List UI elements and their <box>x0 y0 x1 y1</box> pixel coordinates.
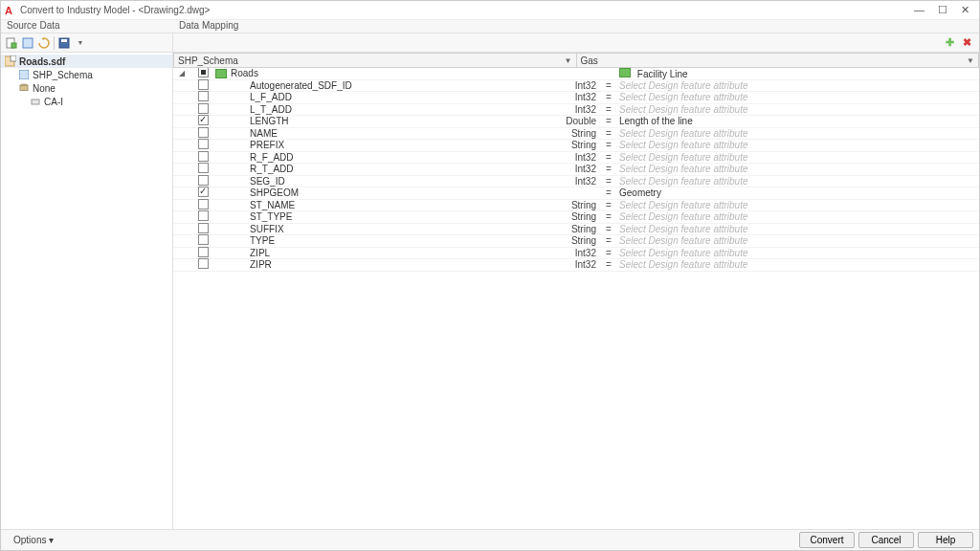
data-mapping-header: Data Mapping <box>173 20 979 33</box>
attribute-checkbox[interactable] <box>198 139 209 149</box>
equals-icon: = <box>602 224 615 234</box>
attribute-row[interactable]: ZIPRInt32=Select Design feature attribut… <box>173 259 979 272</box>
attribute-type: String <box>545 128 602 139</box>
attribute-type: Int32 <box>545 176 602 187</box>
add-mapping-icon[interactable]: ✚ <box>943 36 956 50</box>
svg-rect-9 <box>20 86 28 91</box>
svg-rect-6 <box>11 55 16 61</box>
attribute-type: String <box>545 235 602 246</box>
attribute-type: String <box>545 200 602 210</box>
attribute-row[interactable]: L_F_ADDInt32=Select Design feature attri… <box>173 92 979 104</box>
app-icon: A <box>5 5 16 16</box>
refresh-icon[interactable] <box>37 36 51 50</box>
equals-icon: = <box>602 116 615 126</box>
attribute-checkbox[interactable] <box>198 163 209 173</box>
options-button[interactable]: Options ▾ <box>7 533 60 547</box>
attribute-name: R_T_ADD <box>215 164 545 174</box>
attribute-mapping[interactable]: Select Design feature attribute <box>615 104 979 115</box>
attribute-mapping[interactable]: Select Design feature attribute <box>615 80 979 91</box>
connection-icon <box>5 55 16 67</box>
attribute-checkbox[interactable] <box>198 187 209 197</box>
equals-icon: = <box>602 259 615 270</box>
attribute-mapping[interactable]: Select Design feature attribute <box>615 211 979 222</box>
maximize-button[interactable]: ☐ <box>938 4 947 16</box>
attribute-checkbox[interactable] <box>198 210 209 221</box>
attribute-name: ZIPL <box>215 248 545 258</box>
attribute-mapping[interactable]: Select Design feature attribute <box>615 176 979 187</box>
attribute-checkbox[interactable] <box>198 127 209 138</box>
attribute-mapping[interactable]: Select Design feature attribute <box>615 259 979 270</box>
attribute-row[interactable]: L_T_ADDInt32=Select Design feature attri… <box>173 104 979 117</box>
feature-checkbox[interactable] <box>198 68 209 77</box>
add-connection-icon[interactable] <box>5 36 18 50</box>
attribute-mapping[interactable]: Geometry <box>615 187 979 198</box>
target-schema-value: Gas <box>581 55 598 66</box>
attribute-checkbox[interactable] <box>198 223 209 233</box>
attribute-type: String <box>545 224 602 234</box>
attribute-row[interactable]: PREFIXString=Select Design feature attri… <box>173 140 979 152</box>
attribute-name: SUFFIX <box>215 224 545 234</box>
attribute-mapping[interactable]: Select Design feature attribute <box>615 152 979 163</box>
attribute-mapping[interactable]: Select Design feature attribute <box>615 248 979 258</box>
attribute-row[interactable]: SUFFIXString=Select Design feature attri… <box>173 224 979 236</box>
attribute-mapping[interactable]: Select Design feature attribute <box>615 224 979 234</box>
cancel-button[interactable]: Cancel <box>858 532 914 548</box>
attribute-checkbox[interactable] <box>198 79 209 90</box>
attribute-checkbox[interactable] <box>198 199 209 209</box>
panel-headers: Source Data Data Mapping <box>1 20 979 33</box>
attribute-checkbox[interactable] <box>198 247 209 257</box>
remove-mapping-icon[interactable]: ✖ <box>960 36 973 50</box>
attribute-mapping[interactable]: Select Design feature attribute <box>615 235 979 246</box>
attribute-name: ST_NAME <box>215 200 545 210</box>
source-schema-dropdown[interactable]: SHP_Schema ▼ <box>173 53 577 68</box>
attribute-checkbox[interactable] <box>198 115 209 125</box>
tree-root-label: Roads.sdf <box>19 56 65 67</box>
attribute-checkbox[interactable] <box>198 103 209 114</box>
save-icon[interactable] <box>57 36 71 50</box>
convert-button[interactable]: Convert <box>799 532 855 548</box>
tree-none[interactable]: None <box>1 81 172 95</box>
attribute-row[interactable]: Autogenerated_SDF_IDInt32=Select Design … <box>173 80 979 93</box>
properties-icon[interactable] <box>21 36 34 50</box>
equals-icon: = <box>602 152 615 163</box>
attribute-row[interactable]: ST_NAMEString=Select Design feature attr… <box>173 200 979 212</box>
attribute-mapping[interactable]: Select Design feature attribute <box>615 200 979 210</box>
attribute-checkbox[interactable] <box>198 175 209 186</box>
tree-child[interactable]: CA-I <box>1 95 172 108</box>
minimize-button[interactable]: — <box>914 4 924 16</box>
attribute-checkbox[interactable] <box>198 258 209 269</box>
feature-class-row[interactable]: ◢ Roads Facility Line <box>173 68 979 80</box>
attribute-row[interactable]: SEG_IDInt32=Select Design feature attrib… <box>173 176 979 188</box>
tree-schema[interactable]: SHP_Schema <box>1 68 172 81</box>
attribute-mapping[interactable]: Select Design feature attribute <box>615 128 979 139</box>
mapping-grid: ◢ Roads Facility Line Autogenerated_SDF_… <box>173 68 979 529</box>
attribute-checkbox[interactable] <box>198 234 209 245</box>
attribute-mapping[interactable]: Select Design feature attribute <box>615 140 979 150</box>
equals-icon: = <box>602 176 615 187</box>
attribute-mapping[interactable]: Length of the line <box>615 116 979 126</box>
tree-root[interactable]: Roads.sdf <box>1 55 172 68</box>
target-schema-dropdown[interactable]: Gas ▼ <box>577 53 980 68</box>
save-dropdown-icon[interactable]: ▼ <box>74 36 87 50</box>
attribute-row[interactable]: ZIPLInt32=Select Design feature attribut… <box>173 248 979 260</box>
attribute-name: L_T_ADD <box>215 104 545 115</box>
attribute-name: L_F_ADD <box>215 92 545 102</box>
help-button[interactable]: Help <box>918 532 973 548</box>
attribute-row[interactable]: SHPGEOM=Geometry <box>173 187 979 200</box>
attribute-type: Int32 <box>545 152 602 163</box>
attribute-checkbox[interactable] <box>198 91 209 101</box>
attribute-row[interactable]: TYPEString=Select Design feature attribu… <box>173 235 979 248</box>
attribute-checkbox[interactable] <box>198 151 209 162</box>
attribute-row[interactable]: R_F_ADDInt32=Select Design feature attri… <box>173 152 979 165</box>
attribute-mapping[interactable]: Select Design feature attribute <box>615 164 979 174</box>
collapse-icon[interactable]: ◢ <box>173 69 190 77</box>
attribute-row[interactable]: ST_TYPEString=Select Design feature attr… <box>173 211 979 224</box>
titlebar: A Convert to Industry Model - <Drawing2.… <box>1 1 979 20</box>
attribute-row[interactable]: R_T_ADDInt32=Select Design feature attri… <box>173 164 979 176</box>
attribute-row[interactable]: LENGTHDouble=Length of the line <box>173 116 979 128</box>
attribute-row[interactable]: NAMEString=Select Design feature attribu… <box>173 128 979 141</box>
close-button[interactable]: ✕ <box>961 4 969 16</box>
layer-icon <box>30 96 41 107</box>
attribute-mapping[interactable]: Select Design feature attribute <box>615 92 979 102</box>
equals-icon: = <box>602 211 615 222</box>
